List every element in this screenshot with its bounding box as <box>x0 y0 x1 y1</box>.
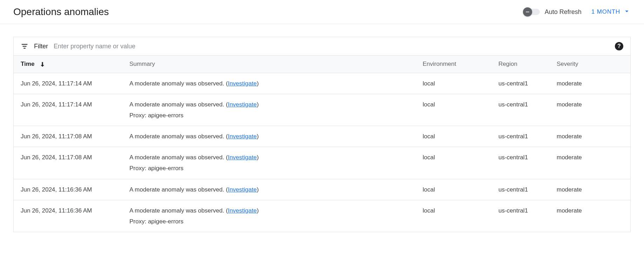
summary-text: A moderate anomaly was observed. <box>129 101 226 108</box>
investigate-link[interactable]: Investigate <box>228 154 257 161</box>
table-row: Jun 26, 2024, 11:16:36 AMA moderate anom… <box>14 200 630 232</box>
column-header-summary[interactable]: Summary <box>122 56 416 73</box>
column-header-severity[interactable]: Severity <box>550 56 630 73</box>
table-row: Jun 26, 2024, 11:17:14 AMA moderate anom… <box>14 73 630 94</box>
cell-time: Jun 26, 2024, 11:16:36 AM <box>14 200 122 232</box>
content-area: Filter ? Time Summary Environment <box>0 24 644 232</box>
cell-time: Jun 26, 2024, 11:17:14 AM <box>14 94 122 126</box>
cell-region: us-central1 <box>491 94 550 126</box>
table-row: Jun 26, 2024, 11:16:36 AMA moderate anom… <box>14 179 630 200</box>
filter-input[interactable] <box>54 43 609 50</box>
auto-refresh-label: Auto Refresh <box>545 8 582 16</box>
cell-region: us-central1 <box>491 200 550 232</box>
column-label: Environment <box>423 61 456 67</box>
cell-summary: A moderate anomaly was observed. (Invest… <box>122 94 416 126</box>
close-paren: ) <box>257 101 259 108</box>
cell-time: Jun 26, 2024, 11:16:36 AM <box>14 179 122 200</box>
cell-environment: local <box>416 200 491 232</box>
filter-icon <box>21 42 28 50</box>
summary-text: A moderate anomaly was observed. <box>129 186 226 193</box>
cell-region: us-central1 <box>491 147 550 179</box>
column-header-environment[interactable]: Environment <box>416 56 491 73</box>
investigate-link[interactable]: Investigate <box>228 207 257 214</box>
page-header: Operations anomalies Auto Refresh 1 MONT… <box>0 0 644 24</box>
investigate-link[interactable]: Investigate <box>228 133 257 140</box>
investigate-link[interactable]: Investigate <box>228 101 257 108</box>
minus-icon <box>523 7 532 16</box>
summary-text: A moderate anomaly was observed. <box>129 80 226 87</box>
cell-time: Jun 26, 2024, 11:17:14 AM <box>14 73 122 94</box>
column-label: Region <box>498 61 517 67</box>
cell-summary: A moderate anomaly was observed. (Invest… <box>122 179 416 200</box>
cell-time: Jun 26, 2024, 11:17:08 AM <box>14 126 122 147</box>
investigate-link[interactable]: Investigate <box>228 186 257 193</box>
investigate-link[interactable]: Investigate <box>228 80 257 87</box>
auto-refresh-control: Auto Refresh <box>524 8 582 16</box>
cell-environment: local <box>416 179 491 200</box>
column-header-time[interactable]: Time <box>14 56 122 73</box>
table-row: Jun 26, 2024, 11:17:08 AMA moderate anom… <box>14 126 630 147</box>
sort-descending-icon <box>39 61 46 68</box>
cell-region: us-central1 <box>491 179 550 200</box>
cell-summary: A moderate anomaly was observed. (Invest… <box>122 147 416 179</box>
cell-severity: moderate <box>550 126 630 147</box>
cell-severity: moderate <box>550 200 630 232</box>
cell-severity: moderate <box>550 73 630 94</box>
filter-bar: Filter ? <box>14 37 630 56</box>
proxy-line: Proxy: apigee-errors <box>129 164 409 173</box>
cell-severity: moderate <box>550 179 630 200</box>
close-paren: ) <box>257 80 259 87</box>
cell-environment: local <box>416 147 491 179</box>
proxy-line: Proxy: apigee-errors <box>129 217 409 226</box>
table-header-row: Time Summary Environment Region Severity <box>14 56 630 73</box>
column-label: Time <box>21 61 34 67</box>
column-label: Severity <box>557 61 578 67</box>
cell-summary: A moderate anomaly was observed. (Invest… <box>122 73 416 94</box>
table-row: Jun 26, 2024, 11:17:08 AMA moderate anom… <box>14 147 630 179</box>
close-paren: ) <box>257 133 259 140</box>
summary-text: A moderate anomaly was observed. <box>129 154 226 161</box>
time-range-selector[interactable]: 1 MONTH <box>591 7 631 17</box>
cell-time: Jun 26, 2024, 11:17:08 AM <box>14 147 122 179</box>
cell-environment: local <box>416 94 491 126</box>
table-row: Jun 26, 2024, 11:17:14 AMA moderate anom… <box>14 94 630 126</box>
filter-label: Filter <box>34 43 48 50</box>
close-paren: ) <box>257 154 259 161</box>
close-paren: ) <box>257 186 259 193</box>
close-paren: ) <box>257 207 259 214</box>
column-header-region[interactable]: Region <box>491 56 550 73</box>
proxy-line: Proxy: apigee-errors <box>129 111 409 120</box>
summary-text: A moderate anomaly was observed. <box>129 133 226 140</box>
cell-region: us-central1 <box>491 126 550 147</box>
anomalies-table: Time Summary Environment Region Severity… <box>14 56 630 232</box>
auto-refresh-toggle[interactable] <box>524 9 540 15</box>
column-label: Summary <box>129 61 155 67</box>
cell-summary: A moderate anomaly was observed. (Invest… <box>122 126 416 147</box>
cell-summary: A moderate anomaly was observed. (Invest… <box>122 200 416 232</box>
time-range-label: 1 MONTH <box>591 8 620 15</box>
chevron-down-icon <box>623 7 631 17</box>
cell-region: us-central1 <box>491 73 550 94</box>
cell-environment: local <box>416 73 491 94</box>
cell-severity: moderate <box>550 147 630 179</box>
header-controls: Auto Refresh 1 MONTH <box>524 7 631 17</box>
anomalies-panel: Filter ? Time Summary Environment <box>13 37 631 232</box>
summary-text: A moderate anomaly was observed. <box>129 207 226 214</box>
cell-severity: moderate <box>550 94 630 126</box>
help-icon[interactable]: ? <box>615 42 623 50</box>
page-title: Operations anomalies <box>13 6 109 18</box>
cell-environment: local <box>416 126 491 147</box>
svg-rect-0 <box>526 12 529 12</box>
